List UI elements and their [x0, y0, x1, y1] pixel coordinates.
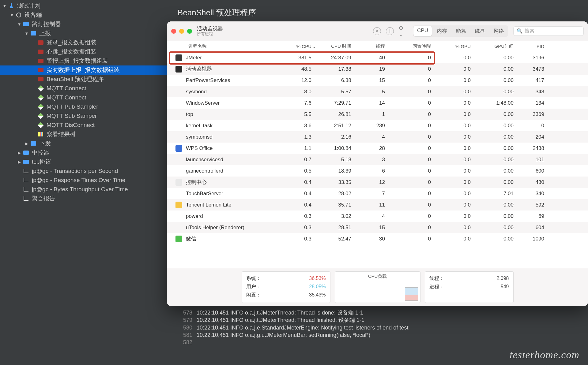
tree-item[interactable]: MQTT DisConnect	[0, 121, 175, 130]
cell-gputime: 0.00	[476, 77, 519, 84]
column-header[interactable]: % CPU	[283, 44, 317, 49]
cell-time: 2.16	[317, 134, 357, 140]
tree-item[interactable]: 登录_报文数据组装	[0, 38, 175, 47]
cell-cpu: 5.5	[283, 111, 317, 117]
disclosure-icon[interactable]: ▼	[9, 13, 15, 17]
column-header[interactable]: 闲置唤醒	[390, 43, 436, 49]
process-row[interactable]: top5.526.81100.00.003369	[167, 109, 588, 120]
cell-pid: 2438	[519, 145, 550, 151]
cell-time: 33.35	[317, 179, 357, 185]
cell-time: 1:00.84	[317, 145, 357, 151]
process-row[interactable]: TouchBarServer0.428.02700.07.01340	[167, 188, 588, 199]
tree-item[interactable]: ▶下发	[0, 139, 175, 148]
tree-item[interactable]: 心跳_报文数据组装	[0, 47, 175, 56]
cell-gpu: 0.0	[436, 123, 476, 129]
tree-item-label: MQTT DisConnect	[47, 122, 95, 128]
cell-pid: 592	[519, 202, 550, 208]
red-icon	[37, 67, 45, 73]
tree-item[interactable]: ▶tcp协议	[0, 157, 175, 166]
column-header[interactable]: 进程名称	[167, 43, 283, 49]
maximize-button[interactable]	[187, 29, 192, 34]
chart-title: CPU负载	[368, 274, 387, 279]
process-table-body[interactable]: JMeter381.524:37.094000.00.003196活动监视器48…	[167, 52, 588, 268]
tab-CPU[interactable]: CPU	[413, 26, 432, 36]
cell-gputime: 0.00	[476, 213, 519, 219]
tree-item[interactable]: MQTT Connect	[0, 84, 175, 93]
tree-item[interactable]: BeanShell 预处理程序	[0, 75, 175, 84]
process-row[interactable]: sysmond8.05.57500.00.00348	[167, 86, 588, 97]
cell-pid: 101	[519, 157, 550, 163]
tab-网络[interactable]: 网络	[489, 25, 508, 37]
disclosure-icon[interactable]: ▶	[17, 151, 22, 155]
process-row[interactable]: launchservicesd0.75.18300.00.00101	[167, 154, 588, 165]
close-button[interactable]	[171, 29, 176, 34]
cell-gpu: 0.0	[436, 89, 476, 95]
process-row[interactable]: WPS Office1.11:00.842800.00.002438	[167, 143, 588, 154]
cell-threads: 14	[357, 100, 390, 106]
tree-item[interactable]: 聚合报告	[0, 194, 175, 203]
tree-item[interactable]: jp@gc - Transactions per Second	[0, 166, 175, 176]
cell-wake: 0	[390, 100, 436, 106]
column-header[interactable]: % GPU	[436, 44, 476, 49]
tree-item[interactable]: 实时数据上报_报文数据组装	[0, 65, 175, 75]
process-name: kernel_task	[186, 123, 213, 129]
log-console: 57810:22:10,451 INFO o.a.j.t.JMeterThrea…	[178, 309, 588, 346]
graph-icon	[22, 186, 30, 192]
disclosure-icon[interactable]: ▼	[2, 4, 7, 8]
tree-item[interactable]: jp@gc - Response Times Over Time	[0, 176, 175, 185]
tree-item[interactable]: ▶中控器	[0, 148, 175, 157]
tree-item-label: 实时数据上报_报文数据组装	[47, 66, 120, 74]
more-menu-button[interactable]: ⊙ ⌄	[399, 27, 408, 36]
tab-能耗[interactable]: 能耗	[451, 25, 470, 37]
cell-pid: 134	[519, 100, 550, 106]
process-row[interactable]: uTools Helper (Renderer)0.328.511500.00.…	[167, 222, 588, 233]
process-row[interactable]: powerd0.33.02400.00.0069	[167, 210, 588, 222]
search-field[interactable]: 🔍 搜索	[513, 26, 584, 36]
process-row[interactable]: 控制中心0.433.351200.00.00430	[167, 177, 588, 188]
tab-内存[interactable]: 内存	[432, 25, 451, 37]
tree-item[interactable]: 警报上报_报文数据组装	[0, 56, 175, 65]
tree-item[interactable]: MQTT Connect	[0, 93, 175, 102]
cell-time: 7:29.71	[317, 100, 357, 106]
tree-item-label: 警报上报_报文数据组装	[47, 57, 108, 65]
column-header[interactable]: 线程	[357, 43, 390, 49]
graph-icon	[22, 168, 30, 174]
tab-磁盘[interactable]: 磁盘	[470, 25, 489, 37]
tree-item[interactable]: ▼设备端	[0, 10, 175, 20]
process-row[interactable]: PerfPowerServices12.06.381500.00.00417	[167, 75, 588, 86]
tree-item[interactable]: MQTT Sub Samper	[0, 111, 175, 121]
process-row[interactable]: 活动监视器48.517.381900.00.003473	[167, 63, 588, 75]
process-row[interactable]: symptomsd1.32.16400.00.00204	[167, 131, 588, 143]
process-row[interactable]: WindowServer7.67:29.711400.01:48.00134	[167, 97, 588, 109]
tree-item-label: jp@gc - Bytes Throughput Over Time	[32, 186, 128, 193]
tree-item-label: 测试计划	[17, 2, 40, 10]
minimize-button[interactable]	[179, 29, 184, 34]
tree-item[interactable]: MQTT Pub Sampler	[0, 102, 175, 111]
tree-item[interactable]: ▼上报	[0, 29, 175, 38]
tree-item[interactable]: ▼路灯控制器	[0, 20, 175, 29]
info-button[interactable]: i	[386, 27, 394, 35]
tree-item[interactable]: ▼测试计划	[0, 1, 175, 10]
column-header[interactable]: GPU时间	[476, 43, 519, 49]
cell-gputime: 0.00	[476, 145, 519, 151]
process-row[interactable]: 微信0.352.473000.00.001090	[167, 233, 588, 244]
watermark: testerhome.com	[510, 349, 579, 361]
disclosure-icon[interactable]: ▼	[17, 22, 22, 27]
red-icon	[37, 76, 45, 82]
stop-process-button[interactable]: ✕	[373, 27, 381, 35]
tree-item[interactable]: jp@gc - Bytes Throughput Over Time	[0, 185, 175, 194]
disclosure-icon[interactable]: ▶	[24, 141, 29, 146]
disclosure-icon[interactable]: ▶	[17, 160, 22, 164]
app-icon	[175, 236, 182, 242]
tree-item[interactable]: 察看结果树	[0, 130, 175, 139]
cell-pid: 600	[519, 168, 550, 174]
process-row[interactable]: kernel_task3.62:51.1223900.00.000	[167, 120, 588, 131]
cell-threads: 15	[357, 225, 390, 231]
window-title: 活动监视器 所有进程	[197, 26, 223, 36]
column-header[interactable]: PID	[519, 44, 550, 49]
process-row[interactable]: Tencent Lemon Lite0.435.711100.00.00592	[167, 199, 588, 210]
column-header[interactable]: CPU 时间	[317, 43, 357, 49]
process-row[interactable]: gamecontrollerd0.518.39600.00.00600	[167, 165, 588, 177]
disclosure-icon[interactable]: ▼	[24, 31, 29, 36]
process-row[interactable]: JMeter381.524:37.094000.00.003196	[167, 52, 588, 63]
